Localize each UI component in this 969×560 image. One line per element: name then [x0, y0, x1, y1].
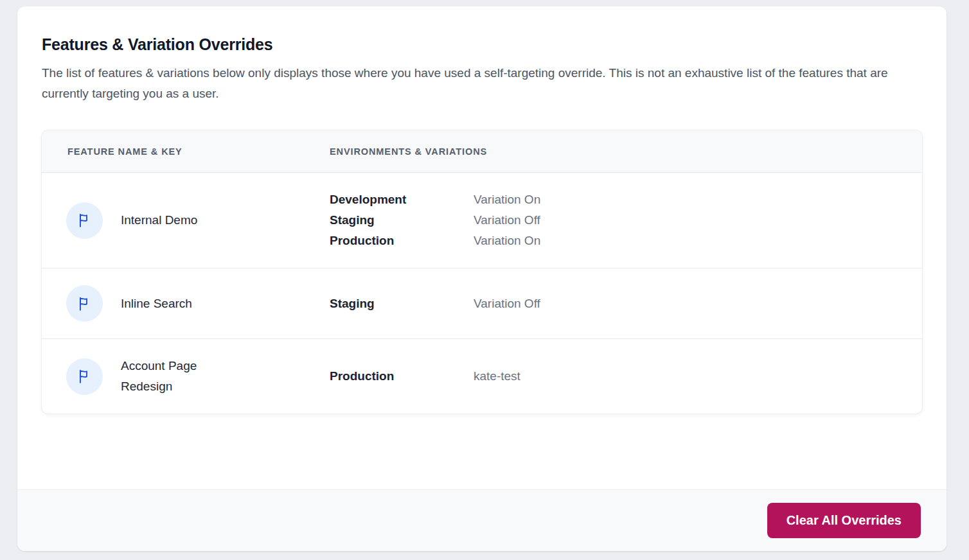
feature-name: Internal Demo: [121, 210, 197, 231]
flag-icon: [66, 202, 103, 239]
variation-value: Variation Off: [474, 293, 540, 314]
table-row: Inline Search Staging Variation Off: [42, 268, 922, 339]
page-description: The list of features & variations below …: [42, 63, 906, 104]
environment-name: Staging: [330, 210, 474, 231]
environment-line: Production Variation On: [330, 231, 922, 251]
environment-name: Production: [330, 366, 474, 387]
environment-name: Development: [330, 189, 474, 210]
feature-cell: Inline Search: [42, 285, 330, 322]
table-header-row: Feature Name & Key Environments & Variat…: [42, 130, 922, 173]
table-row: Internal Demo Development Variation On S…: [42, 173, 922, 268]
overrides-table: Feature Name & Key Environments & Variat…: [42, 130, 922, 414]
variation-value: Variation On: [474, 231, 540, 251]
page-title: Features & Variation Overrides: [42, 35, 922, 54]
overrides-card: Features & Variation Overrides The list …: [17, 6, 947, 551]
variation-value: kate-test: [474, 366, 520, 387]
environments-cell: Production kate-test: [330, 366, 922, 387]
column-header-environments-variations: Environments & Variations: [330, 146, 922, 157]
clear-all-overrides-button[interactable]: Clear All Overrides: [767, 503, 921, 538]
feature-name: Inline Search: [121, 293, 192, 314]
card-footer: Clear All Overrides: [17, 489, 947, 551]
column-header-feature-name-key: Feature Name & Key: [42, 146, 330, 157]
variation-value: Variation Off: [474, 210, 540, 231]
environment-name: Production: [330, 231, 474, 251]
environment-line: Production kate-test: [330, 366, 922, 387]
feature-name: Account Page Redesign: [121, 356, 227, 397]
environment-name: Staging: [330, 293, 474, 314]
flag-icon: [66, 285, 103, 322]
card-content: Features & Variation Overrides The list …: [17, 6, 947, 489]
environment-line: Staging Variation Off: [330, 210, 922, 231]
flag-icon: [66, 358, 103, 395]
environment-line: Staging Variation Off: [330, 293, 922, 314]
feature-cell: Internal Demo: [42, 202, 330, 239]
table-row: Account Page Redesign Production kate-te…: [42, 339, 922, 414]
variation-value: Variation On: [474, 189, 540, 210]
environments-cell: Development Variation On Staging Variati…: [330, 189, 922, 251]
environments-cell: Staging Variation Off: [330, 293, 922, 314]
environment-line: Development Variation On: [330, 189, 922, 210]
feature-cell: Account Page Redesign: [42, 356, 330, 397]
